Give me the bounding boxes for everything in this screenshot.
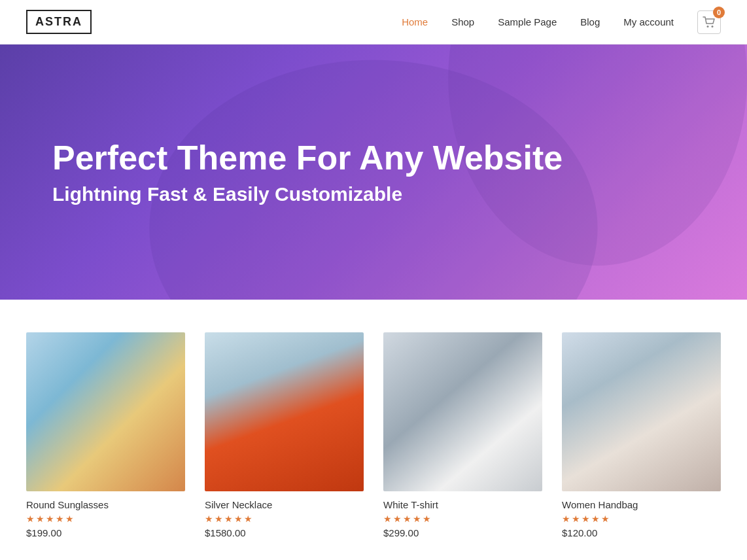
main-nav: Home Shop Sample Page Blog My account 0 bbox=[402, 10, 721, 34]
site-logo[interactable]: ASTRA bbox=[26, 10, 92, 34]
hero-title: Perfect Theme For Any Website bbox=[52, 139, 563, 178]
product-card-2[interactable]: Silver Necklace★★★★★$1580.00 bbox=[205, 332, 364, 541]
product-price-2: $1580.00 bbox=[205, 527, 364, 538]
nav-item-home[interactable]: Home bbox=[402, 16, 428, 27]
svg-point-1 bbox=[712, 26, 714, 27]
product-price-3: $299.00 bbox=[383, 527, 542, 538]
product-card-3[interactable]: White T-shirt★★★★★$299.00 bbox=[383, 332, 542, 541]
product-name-4: Women Handbag bbox=[562, 499, 721, 510]
nav-item-blog[interactable]: Blog bbox=[580, 16, 600, 27]
cart-count: 0 bbox=[713, 7, 725, 18]
product-image-4 bbox=[562, 332, 721, 491]
nav-item-shop[interactable]: Shop bbox=[451, 16, 474, 27]
hero-subtitle: Lightning Fast & Easily Customizable bbox=[52, 183, 402, 205]
nav-item-my-account[interactable]: My account bbox=[623, 16, 674, 27]
product-image-visual-1 bbox=[26, 332, 185, 491]
svg-point-0 bbox=[707, 26, 709, 27]
product-name-1: Round Sunglasses bbox=[26, 499, 185, 510]
product-image-visual-2 bbox=[205, 332, 364, 491]
product-price-1: $199.00 bbox=[26, 527, 185, 538]
cart-button[interactable]: 0 bbox=[697, 10, 721, 34]
nav-item-sample-page[interactable]: Sample Page bbox=[498, 16, 557, 27]
product-image-3 bbox=[383, 332, 542, 491]
hero-banner: Perfect Theme For Any Website Lightning … bbox=[0, 44, 747, 300]
product-name-2: Silver Necklace bbox=[205, 499, 364, 510]
product-stars-4: ★★★★★ bbox=[562, 514, 721, 524]
site-header: ASTRA Home Shop Sample Page Blog My acco… bbox=[0, 0, 747, 44]
product-stars-1: ★★★★★ bbox=[26, 514, 185, 524]
product-card-1[interactable]: Round Sunglasses★★★★★$199.00 bbox=[26, 332, 185, 541]
product-stars-3: ★★★★★ bbox=[383, 514, 542, 524]
product-image-visual-3 bbox=[383, 332, 542, 491]
product-price-4: $120.00 bbox=[562, 527, 721, 538]
product-image-2 bbox=[205, 332, 364, 491]
products-section: Round Sunglasses★★★★★$199.00Silver Neckl… bbox=[0, 300, 747, 560]
product-image-1 bbox=[26, 332, 185, 491]
product-name-3: White T-shirt bbox=[383, 499, 542, 510]
product-card-4[interactable]: Women Handbag★★★★★$120.00 bbox=[562, 332, 721, 541]
products-grid: Round Sunglasses★★★★★$199.00Silver Neckl… bbox=[26, 332, 721, 541]
product-stars-2: ★★★★★ bbox=[205, 514, 364, 524]
product-image-visual-4 bbox=[562, 332, 721, 491]
